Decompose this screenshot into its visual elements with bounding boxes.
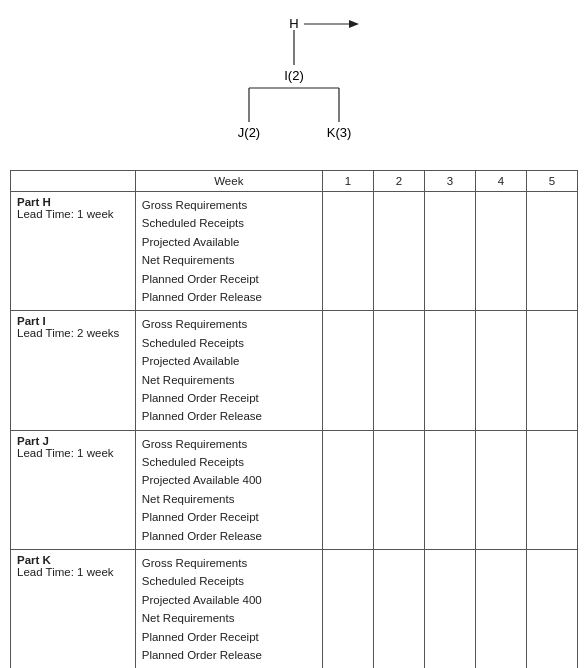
week-col-3: [424, 550, 475, 668]
part-cell: Part JLead Time: 1 week: [11, 430, 136, 549]
node-I: I(2): [284, 68, 304, 83]
week-col-1: [322, 430, 373, 549]
row-item-label: Planned Order Release: [142, 646, 316, 664]
row-item-label: Gross Requirements: [142, 315, 316, 333]
table-row: Part JLead Time: 1 weekGross Requirement…: [11, 430, 578, 549]
part-name: Part J: [17, 435, 49, 447]
part-cell: Part ILead Time: 2 weeks: [11, 311, 136, 430]
row-item-label: Gross Requirements: [142, 554, 316, 572]
node-J: J(2): [238, 125, 260, 140]
week-col-4: [475, 550, 526, 668]
week-col-4: [475, 192, 526, 311]
part-cell: Part KLead Time: 1 week: [11, 550, 136, 668]
week-col-1: [322, 192, 373, 311]
header-col-3: 3: [424, 171, 475, 192]
week-col-2: [373, 192, 424, 311]
week-col-5: [526, 311, 577, 430]
table-row: Part KLead Time: 1 weekGross Requirement…: [11, 550, 578, 668]
part-name: Part K: [17, 554, 51, 566]
week-col-1: [322, 311, 373, 430]
row-item-label: Scheduled Receipts: [142, 453, 316, 471]
row-item-label: Gross Requirements: [142, 435, 316, 453]
week-col-5: [526, 192, 577, 311]
row-item-label: Planned Order Receipt: [142, 508, 316, 526]
week-col-1: [322, 550, 373, 668]
row-item-label: Net Requirements: [142, 609, 316, 627]
week-col-2: [373, 311, 424, 430]
week-col-5: [526, 550, 577, 668]
week-col-2: [373, 550, 424, 668]
node-H: H: [289, 16, 298, 31]
row-item-label: Planned Order Receipt: [142, 628, 316, 646]
row-item-label: Net Requirements: [142, 251, 316, 269]
header-col-5: 5: [526, 171, 577, 192]
row-item-label: Projected Available 400: [142, 471, 316, 489]
header-week: Week: [135, 171, 322, 192]
svg-marker-1: [349, 20, 359, 28]
mrp-table: Week 1 2 3 4 5 Part HLead Time: 1 weekGr…: [10, 170, 578, 668]
row-item-label: Scheduled Receipts: [142, 572, 316, 590]
lead-time: Lead Time: 1 week: [17, 566, 114, 578]
week-col-2: [373, 430, 424, 549]
node-K: K(3): [327, 125, 352, 140]
row-item-label: Net Requirements: [142, 371, 316, 389]
row-item-label: Projected Available: [142, 233, 316, 251]
row-item-label: Planned Order Release: [142, 527, 316, 545]
lead-time: Lead Time: 2 weeks: [17, 327, 119, 339]
week-col-3: [424, 192, 475, 311]
items-cell: Gross RequirementsScheduled ReceiptsProj…: [135, 430, 322, 549]
lead-time: Lead Time: 1 week: [17, 447, 114, 459]
table-row: Part ILead Time: 2 weeksGross Requiremen…: [11, 311, 578, 430]
header-col-2: 2: [373, 171, 424, 192]
row-item-label: Projected Available: [142, 352, 316, 370]
items-cell: Gross RequirementsScheduled ReceiptsProj…: [135, 311, 322, 430]
week-col-3: [424, 430, 475, 549]
part-name: Part H: [17, 196, 51, 208]
header-col-1: 1: [322, 171, 373, 192]
week-col-3: [424, 311, 475, 430]
bom-diagram: H I(2) J(2) K(3): [10, 10, 578, 160]
week-col-4: [475, 430, 526, 549]
row-item-label: Scheduled Receipts: [142, 334, 316, 352]
row-item-label: Gross Requirements: [142, 196, 316, 214]
row-item-label: Planned Order Receipt: [142, 270, 316, 288]
row-item-label: Scheduled Receipts: [142, 214, 316, 232]
week-col-4: [475, 311, 526, 430]
row-item-label: Planned Order Release: [142, 288, 316, 306]
table-row: Part HLead Time: 1 weekGross Requirement…: [11, 192, 578, 311]
items-cell: Gross RequirementsScheduled ReceiptsProj…: [135, 192, 322, 311]
table-header-row: Week 1 2 3 4 5: [11, 171, 578, 192]
row-item-label: Planned Order Receipt: [142, 389, 316, 407]
row-item-label: Projected Available 400: [142, 591, 316, 609]
header-col-4: 4: [475, 171, 526, 192]
lead-time: Lead Time: 1 week: [17, 208, 114, 220]
row-item-label: Planned Order Release: [142, 407, 316, 425]
part-cell: Part HLead Time: 1 week: [11, 192, 136, 311]
part-name: Part I: [17, 315, 46, 327]
items-cell: Gross RequirementsScheduled ReceiptsProj…: [135, 550, 322, 668]
week-col-5: [526, 430, 577, 549]
header-part: [11, 171, 136, 192]
row-item-label: Net Requirements: [142, 490, 316, 508]
